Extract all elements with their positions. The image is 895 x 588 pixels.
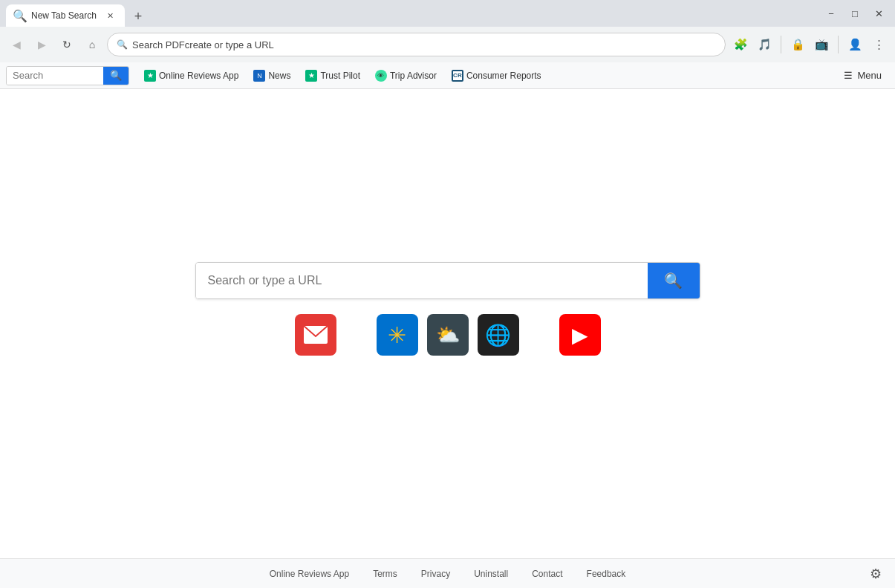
bookmark-trust-pilot-label: Trust Pilot — [320, 71, 360, 81]
maximize-button[interactable]: □ — [844, 3, 865, 24]
bookmark-online-reviews-app-label: Online Reviews App — [159, 71, 238, 81]
footer-terms[interactable]: Terms — [361, 569, 409, 579]
search-widget[interactable]: 🔍 — [6, 66, 129, 85]
trustpilot-icon: ★ — [305, 70, 317, 82]
tab-favicon-icon: 🔍 — [15, 10, 25, 21]
bookmark-trip-advisor-label: Trip Advisor — [390, 71, 437, 81]
search-submit-button[interactable]: 🔍 — [103, 66, 128, 85]
center-search-bar[interactable]: 🔍 — [195, 262, 700, 299]
bookmark-consumer-reports-label: Consumer Reports — [466, 71, 541, 81]
music-button[interactable]: 🎵 — [754, 34, 775, 55]
footer-online-reviews-app[interactable]: Online Reviews App — [258, 569, 361, 579]
footer-feedback[interactable]: Feedback — [575, 569, 638, 579]
shortcut-walmart[interactable]: ✳ — [377, 314, 418, 356]
bookmark-news[interactable]: N News — [247, 68, 296, 84]
back-button[interactable]: ◀ — [6, 34, 27, 55]
shortcut-youtube[interactable]: ▶ — [559, 314, 601, 356]
gmail-icon — [304, 326, 328, 344]
center-search-button[interactable]: 🔍 — [648, 263, 700, 298]
hamburger-icon: ☰ — [844, 70, 853, 81]
center-search-icon: 🔍 — [664, 272, 683, 290]
forward-button[interactable]: ▶ — [31, 34, 52, 55]
minimize-button[interactable]: − — [821, 3, 842, 24]
toolbar-divider-2 — [838, 36, 839, 53]
shortcut-news[interactable]: 🌐 — [478, 314, 519, 356]
footer: Online Reviews App Terms Privacy Uninsta… — [0, 558, 895, 588]
search-input[interactable] — [7, 67, 103, 85]
bookmarks-bar: 🔍 ★ Online Reviews App N News ★ Trust Pi… — [0, 62, 895, 89]
shortcuts-row: ✳ ⛅ 🌐 ▶ — [295, 314, 601, 356]
youtube-play-icon: ▶ — [572, 323, 588, 347]
profile-button[interactable]: 👤 — [844, 34, 865, 55]
tab-title: New Tab Search — [31, 10, 98, 21]
weather-icon: ⛅ — [436, 324, 460, 347]
home-button[interactable]: ⌂ — [82, 34, 102, 55]
tab-strip: 🔍 New Tab Search ✕ + — [6, 0, 821, 27]
walmart-spark-icon: ✳ — [388, 322, 406, 348]
bookmark-online-reviews-app[interactable]: ★ Online Reviews App — [138, 68, 244, 84]
footer-privacy[interactable]: Privacy — [409, 569, 462, 579]
shortcut-gmail[interactable] — [295, 314, 336, 356]
active-tab[interactable]: 🔍 New Tab Search ✕ — [6, 4, 125, 27]
new-tab-button[interactable]: + — [128, 6, 149, 27]
more-button[interactable]: ⋮ — [868, 34, 889, 55]
main-content: 🔍 ✳ ⛅ 🌐 — [0, 89, 895, 558]
bookmark-news-label: News — [268, 71, 290, 81]
extensions-button[interactable]: 🧩 — [730, 34, 751, 55]
bookmark-trust-pilot[interactable]: ★ Trust Pilot — [299, 68, 366, 84]
news-icon: N — [253, 70, 265, 82]
window-controls: − □ ✕ — [821, 3, 889, 24]
titlebar: 🔍 New Tab Search ✕ + − □ ✕ — [0, 0, 895, 27]
address-text: Search PDFcreate or type a URL — [132, 39, 716, 50]
center-search-input[interactable] — [196, 263, 648, 298]
footer-uninstall[interactable]: Uninstall — [462, 569, 520, 579]
center-search-container: 🔍 ✳ ⛅ 🌐 — [195, 262, 700, 356]
toolbar-icons: 🧩 🎵 🔒 📺 👤 ⋮ — [730, 34, 889, 55]
close-button[interactable]: ✕ — [868, 3, 889, 24]
addressbar-row: ◀ ▶ ↻ ⌂ 🔍 Search PDFcreate or type a URL… — [0, 27, 895, 62]
search-icon: 🔍 — [117, 39, 128, 50]
footer-contact[interactable]: Contact — [520, 569, 574, 579]
lock-button[interactable]: 🔒 — [787, 34, 808, 55]
toolbar-divider — [781, 36, 781, 53]
menu-button[interactable]: ☰ Menu — [836, 67, 889, 84]
bookmark-trip-advisor[interactable]: 👁 Trip Advisor — [369, 68, 443, 84]
reload-button[interactable]: ↻ — [56, 34, 77, 55]
settings-gear-button[interactable]: ⚙ — [865, 564, 886, 584]
consumer-reports-icon: CR — [452, 70, 463, 82]
cast-button[interactable]: 📺 — [811, 34, 832, 55]
news-globe-icon: 🌐 — [485, 323, 511, 347]
bookmark-consumer-reports[interactable]: CR Consumer Reports — [446, 68, 547, 84]
tripadvisor-icon: 👁 — [375, 70, 387, 82]
menu-label: Menu — [857, 70, 882, 81]
tab-close-button[interactable]: ✕ — [104, 10, 116, 22]
online-reviews-app-icon: ★ — [144, 70, 156, 82]
address-bar[interactable]: 🔍 Search PDFcreate or type a URL — [107, 33, 726, 56]
shortcut-weather[interactable]: ⛅ — [427, 314, 469, 356]
